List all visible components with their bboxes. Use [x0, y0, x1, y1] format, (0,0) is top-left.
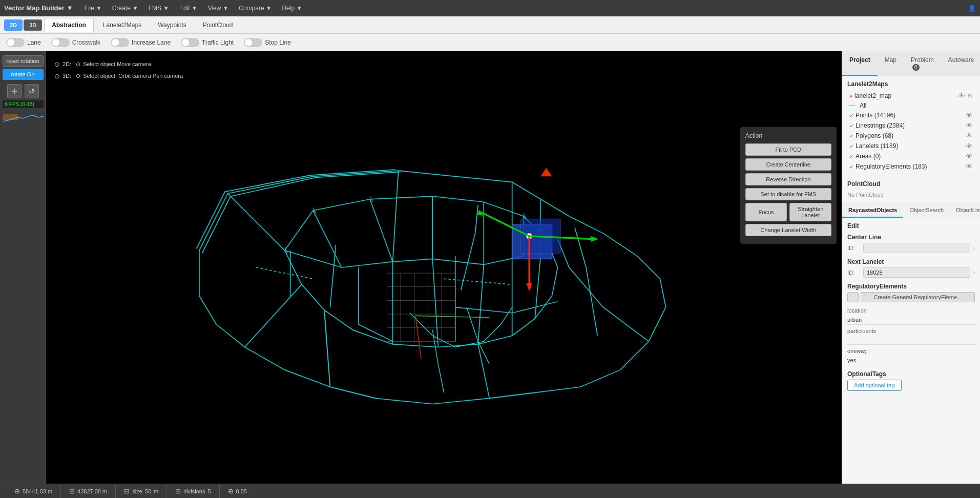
menu-file[interactable]: File ▼: [80, 3, 106, 14]
btn-2d[interactable]: 2D: [4, 19, 23, 31]
toggle-crosswalk: Crosswalk: [51, 38, 100, 47]
canvas-hints: ⊙ 2D: ⊙ Select object Move camera ⊙ 3D: …: [50, 55, 187, 86]
no-pointcloud-label: No PointCloud: [847, 191, 975, 199]
toggle-stop-line: Stop Line: [244, 38, 291, 47]
create-centerline-button[interactable]: Create Centerline: [745, 158, 831, 171]
add-optional-tag-button[interactable]: Add optional tag: [847, 380, 902, 391]
controls-row: Lane Crosswalk Increase Lane Traffic Lig…: [0, 34, 980, 51]
size-unit: m: [154, 488, 158, 494]
participants-value[interactable]: [847, 336, 975, 345]
status-bar: ⊕ 58441.03 m ⊞ 43827.08 m ⊟ size 50 m ⊞ …: [0, 484, 980, 498]
rotate-icon[interactable]: ↺: [25, 84, 39, 98]
toggle-traffic-light-switch[interactable]: [181, 38, 199, 47]
center-line-id-value[interactable]: [863, 243, 970, 253]
divisions-value[interactable]: 5: [207, 488, 211, 494]
toggle-lane: Lane: [6, 38, 41, 47]
rotate-on-button[interactable]: rotate On: [3, 69, 44, 80]
menu-create[interactable]: Create ▼: [108, 3, 142, 14]
tab-lanelet2maps[interactable]: Lanelet2Maps: [96, 18, 149, 32]
next-lanelet-title: Next Lanelet: [847, 258, 975, 265]
sub-tab-raycasted[interactable]: RaycastedObjects: [842, 203, 903, 218]
menu-help[interactable]: Help ▼: [278, 3, 307, 14]
sub-tab-objectlist[interactable]: ObjectList: [950, 203, 980, 218]
center-line-arrow: ›: [973, 245, 975, 251]
set-to-disable-button[interactable]: Set to disable for FMS: [745, 188, 831, 200]
rpanel-tab-map[interactable]: Map: [878, 51, 904, 76]
problem-badge: 0: [912, 64, 920, 71]
sub-tab-objectsearch[interactable]: ObjectSearch: [903, 203, 950, 218]
svg-rect-1: [114, 51, 774, 484]
menu-fms[interactable]: FMS ▼: [144, 3, 173, 14]
2d-hint-icon: ⊙: [54, 58, 60, 70]
tree-regulatory: ✓ RegulatoryElements (183) 👁: [847, 161, 975, 172]
tabs-row: 2D 3D Abstraction Lanelet2Maps Waypoints…: [0, 16, 980, 34]
tab-pointcloud[interactable]: PointCloud: [196, 18, 240, 32]
fit-to-pcd-button[interactable]: Fit to PCD: [745, 143, 831, 156]
divisions-item: ⊞ divisions 5: [167, 484, 219, 498]
menu-view[interactable]: View ▼: [204, 3, 233, 14]
pointcloud-title: PointCloud: [847, 180, 975, 188]
cursor-icon: ⊙: [76, 59, 80, 70]
regulatory-eye[interactable]: 👁: [966, 162, 973, 171]
map-canvas[interactable]: [46, 51, 842, 484]
edit-section: Edit Center Line ID: › Next Lanelet ID:: [842, 218, 980, 484]
focus-button[interactable]: Focus: [745, 203, 787, 221]
map-file-gear[interactable]: ⚙: [967, 92, 973, 99]
reg-el-minus-button[interactable]: -: [847, 292, 859, 302]
canvas-area[interactable]: ⊙ 2D: ⊙ Select object Move camera ⊙ 3D: …: [46, 51, 842, 484]
tree-areas: ✓ Areas (0) 👁: [847, 151, 975, 161]
tab-abstraction[interactable]: Abstraction: [44, 18, 94, 32]
reverse-direction-button[interactable]: Reverse Direction: [745, 173, 831, 185]
oneway-label: oneway: [847, 348, 975, 354]
reg-el-create-button[interactable]: Create General RegulatoryEleme...: [861, 292, 975, 302]
menu-compare[interactable]: Compare ▼: [235, 3, 276, 14]
regulatory-elements-title: RegulatoryElements: [847, 283, 975, 290]
tab-waypoints[interactable]: Waypoints: [151, 18, 194, 32]
size-item: ⊟ size 50 m: [116, 484, 167, 498]
regulatory-elements-group: RegulatoryElements - Create General Regu…: [847, 283, 975, 302]
size-value[interactable]: 50: [145, 488, 151, 494]
rpanel-tab-autoware[interactable]: Autoware: [941, 51, 980, 76]
coord2-item: ⊞ 43827.08 m: [61, 484, 116, 498]
toggle-lane-switch[interactable]: [6, 38, 25, 47]
next-lanelet-arrow: ›: [973, 270, 975, 276]
coord2-value: 43827.08 m: [77, 488, 107, 494]
move-icon[interactable]: ✛: [7, 84, 22, 98]
reset-rotation-button[interactable]: reset rotation: [3, 55, 44, 67]
tree-linestrings: ✓ Linestrings (2384) 👁: [847, 120, 975, 131]
edit-title: Edit: [847, 222, 975, 230]
location-value[interactable]: urban: [847, 315, 975, 325]
map-file-eye[interactable]: 👁: [958, 92, 965, 100]
map-file-row: ● lanelet2_map 👁 ⚙: [847, 91, 975, 101]
lanelets-eye[interactable]: 👁: [966, 142, 973, 150]
oneway-value[interactable]: yes: [847, 356, 975, 365]
toggle-increase-lane: Increase Lane: [111, 38, 171, 47]
toggle-crosswalk-switch[interactable]: [51, 38, 70, 47]
app-title: Vector Map Builder ▼: [4, 4, 73, 12]
menu-edit[interactable]: Edit ▼: [175, 3, 202, 14]
btn-3d[interactable]: 3D: [24, 19, 42, 31]
rpanel-tab-problem[interactable]: Problem 0: [904, 51, 941, 76]
main-layout: 2D 3D Abstraction Lanelet2Maps Waypoints…: [0, 16, 980, 498]
tree-all[interactable]: — All: [847, 101, 975, 110]
rpanel-tab-project[interactable]: Project: [842, 51, 878, 76]
crosshair-icon: ⊕: [228, 487, 234, 495]
app-title-arrow[interactable]: ▼: [67, 4, 73, 12]
optional-tags-title: OptionalTags: [847, 370, 975, 378]
points-eye[interactable]: 👁: [966, 111, 973, 119]
mini-chart: [3, 111, 44, 124]
action-panel: Action Fit to PCD Create Centerline Reve…: [740, 127, 837, 244]
regulatory-elements-row: - Create General RegulatoryEleme...: [847, 292, 975, 302]
linestrings-eye[interactable]: 👁: [966, 121, 973, 130]
check-points: ✓: [849, 113, 853, 118]
coord1-item: ⊕ 58441.03 m: [6, 484, 61, 498]
areas-eye[interactable]: 👁: [966, 152, 973, 160]
next-lanelet-id-value[interactable]: 18028: [863, 267, 970, 278]
tree-polygons: ✓ Polygons (68) 👁: [847, 131, 975, 141]
toggle-increase-lane-switch[interactable]: [111, 38, 129, 47]
participants-label: participants: [847, 328, 975, 334]
polygons-eye[interactable]: 👁: [966, 132, 973, 140]
change-width-button[interactable]: Change Lanelet Width: [745, 224, 831, 236]
toggle-stop-line-switch[interactable]: [244, 38, 262, 47]
straighten-button[interactable]: Straighten Lanelet: [789, 203, 831, 221]
